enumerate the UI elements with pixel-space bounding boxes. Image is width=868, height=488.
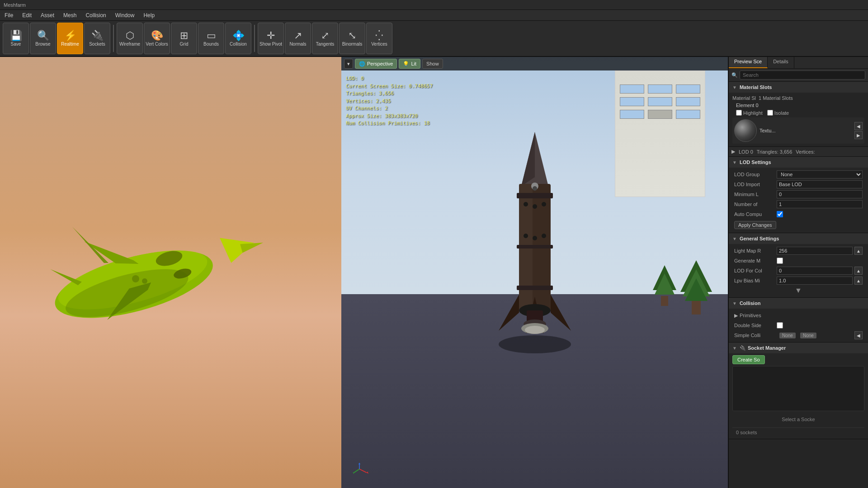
tab-preview-scene[interactable]: Preview Sce xyxy=(729,57,768,68)
material-ball xyxy=(734,119,757,142)
binormals-button[interactable]: ⤡ Binormals xyxy=(339,23,365,54)
general-settings-section: ▼ General Settings Light Map R ▲ Generat… xyxy=(729,233,868,298)
lpv-inc[interactable]: ▲ xyxy=(854,277,863,285)
lod-bar: ▶ LOD 0 Triangles: 3,656 Vertices: xyxy=(729,147,868,157)
show-pivot-button[interactable]: ✛ Show Pivot xyxy=(258,23,284,54)
generate-row: Generate M xyxy=(732,256,864,266)
aircraft-model xyxy=(14,186,276,359)
grid-button[interactable]: ⊞ Grid xyxy=(171,23,197,54)
double-side-checkbox[interactable] xyxy=(777,322,783,328)
viewport-dropdown[interactable]: ▾ xyxy=(344,59,353,69)
menu-file[interactable]: File xyxy=(0,11,18,19)
lpv-label: Lpv Bias Mi xyxy=(734,278,775,283)
bounds-button[interactable]: ▭ Bounds xyxy=(198,23,224,54)
lod-vertices: Vertices: xyxy=(796,149,815,155)
perspective-button[interactable]: 🌐 Perspective xyxy=(355,59,397,69)
lod-col-row: LOD For Col ▲ xyxy=(732,266,864,276)
menu-edit[interactable]: Edit xyxy=(18,11,36,19)
isolate-checkbox[interactable] xyxy=(767,110,773,116)
light-map-inc[interactable]: ▲ xyxy=(854,247,863,255)
lod-import-row: LOD Import Base LOD xyxy=(732,179,864,189)
lod-group-row: LOD Group None xyxy=(732,169,864,179)
realtime-icon: ⚡ xyxy=(64,31,76,41)
svg-point-41 xyxy=(525,326,545,334)
titlebar: Meshfarm xyxy=(0,0,868,10)
tab-details[interactable]: Details xyxy=(768,57,794,68)
create-socket-button[interactable]: Create So xyxy=(732,355,765,364)
tangents-button[interactable]: ⤢ Tangents xyxy=(312,23,338,54)
vert-colors-button[interactable]: 🎨 Vert Colors xyxy=(144,23,170,54)
lod-minimum-input[interactable] xyxy=(777,190,863,198)
lod-group-label: LOD Group xyxy=(734,172,775,177)
light-map-input[interactable] xyxy=(777,247,853,255)
svg-line-46 xyxy=(354,469,359,473)
lit-button[interactable]: 💡 Lit xyxy=(399,59,420,69)
lod-auto-comp-checkbox[interactable] xyxy=(777,211,783,217)
general-settings-header[interactable]: ▼ General Settings xyxy=(729,233,868,244)
collision-header[interactable]: ▼ Collision xyxy=(729,298,868,309)
socket-manager-content: Create So Select a Socke 0 sockets xyxy=(729,353,868,439)
material-slots-section: ▼ Material Slots Material Sl 1 Material … xyxy=(729,82,868,147)
vert-colors-icon: 🎨 xyxy=(151,31,163,41)
lod-col-label: LOD For Col xyxy=(734,268,775,273)
vertices-button[interactable]: ⁛ Vertices xyxy=(366,23,392,54)
bounds-icon: ▭ xyxy=(207,31,216,41)
toolbar: 💾 Save 🔍 Browse ⚡ Realtime 🔌 Sockets ⬡ W… xyxy=(0,21,868,57)
lod-settings-content: LOD Group None LOD Import Base LOD Minim… xyxy=(729,168,868,233)
material-arrow-right[interactable]: ▶ xyxy=(854,131,863,139)
lod-col-inc[interactable]: ▲ xyxy=(854,267,863,275)
material-arrow-left[interactable]: ◀ xyxy=(854,122,863,130)
lod-settings-header[interactable]: ▼ LOD Settings xyxy=(729,157,868,168)
svg-marker-49 xyxy=(359,463,361,464)
lod-auto-comp-row: Auto Compu xyxy=(732,209,864,219)
general-settings-arrow: ▼ xyxy=(732,236,737,241)
save-button[interactable]: 💾 Save xyxy=(3,23,29,54)
generate-checkbox[interactable] xyxy=(777,258,783,264)
coll-arrow-left[interactable]: ◀ xyxy=(854,331,863,339)
lod-col-input[interactable] xyxy=(777,267,853,275)
lod-number-input[interactable] xyxy=(777,200,863,208)
socket-manager-section: ▼ 🔌 Socket Manager Create So Select a So… xyxy=(729,343,868,439)
none-badge-1: None xyxy=(779,333,796,338)
menu-asset[interactable]: Asset xyxy=(36,11,59,19)
panel-tabs: Preview Sce Details xyxy=(729,57,868,69)
highlight-checkbox[interactable] xyxy=(736,110,742,116)
left-viewport[interactable] xyxy=(0,57,341,488)
double-side-row: Double Side xyxy=(732,320,864,330)
svg-point-27 xyxy=(542,202,546,206)
primitives-row: ▶ Primitives xyxy=(732,310,864,320)
menu-collision[interactable]: Collision xyxy=(81,11,110,19)
menu-help[interactable]: Help xyxy=(139,11,159,19)
realtime-button[interactable]: ⚡ Realtime xyxy=(57,23,83,54)
socket-count: 0 sockets xyxy=(732,427,864,437)
wireframe-button[interactable]: ⬡ Wireframe xyxy=(117,23,143,54)
show-pivot-icon: ✛ xyxy=(267,31,275,41)
menu-mesh[interactable]: Mesh xyxy=(59,11,81,19)
collision-button[interactable]: 💠 Collision xyxy=(225,23,251,54)
apply-changes-button[interactable]: Apply Changes xyxy=(734,221,776,229)
material-texture-label: Textu... xyxy=(760,128,852,133)
svg-rect-32 xyxy=(517,245,553,249)
sockets-button[interactable]: 🔌 Sockets xyxy=(84,23,110,54)
stat-approx-size: Approx Size: 383x383x720 xyxy=(346,113,433,120)
right-viewport[interactable]: ▾ 🌐 Perspective 💡 Lit Show LOD: 0 Curren… xyxy=(341,57,728,488)
panel-scroll[interactable]: ▼ Material Slots Material Sl 1 Material … xyxy=(729,82,868,488)
socket-manager-arrow: ▼ xyxy=(732,346,737,351)
normals-button[interactable]: ↗ Normals xyxy=(285,23,311,54)
svg-marker-47 xyxy=(353,472,354,474)
svg-rect-33 xyxy=(517,286,553,290)
svg-point-30 xyxy=(542,234,546,238)
collision-content: ▶ Primitives Double Side Simple Colli No… xyxy=(729,309,868,342)
menu-window[interactable]: Window xyxy=(111,11,139,19)
show-button[interactable]: Show xyxy=(422,59,443,69)
lpv-input[interactable] xyxy=(777,277,853,285)
search-input[interactable] xyxy=(740,70,865,80)
lod-group-select[interactable]: None xyxy=(777,170,863,178)
svg-point-28 xyxy=(524,234,528,238)
browse-button[interactable]: 🔍 Browse xyxy=(30,23,56,54)
socket-manager-header[interactable]: ▼ 🔌 Socket Manager xyxy=(729,343,868,353)
lod-triangles: Triangles: 3,656 xyxy=(757,149,792,155)
svg-line-44 xyxy=(359,469,367,473)
stat-uv: UV Channels: 2 xyxy=(346,105,433,113)
material-slots-header[interactable]: ▼ Material Slots xyxy=(729,82,868,93)
